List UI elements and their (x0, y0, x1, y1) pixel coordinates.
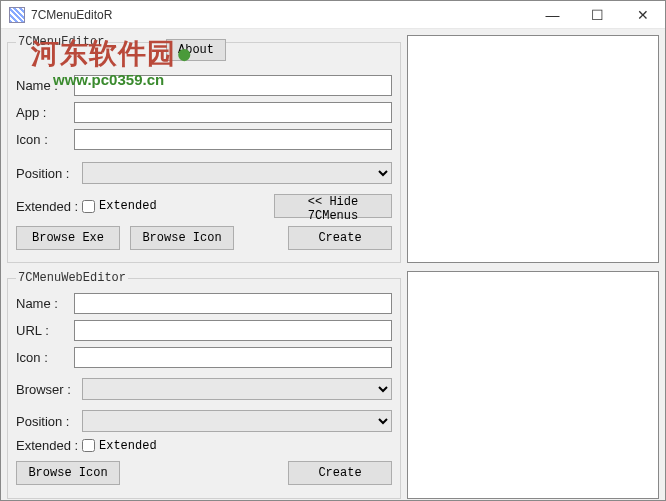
extended-checkbox-wrapper[interactable]: Extended (82, 199, 157, 213)
web-icon-input[interactable] (74, 347, 392, 368)
icon-input[interactable] (74, 129, 392, 150)
preview-panel-top (407, 35, 659, 263)
app-input[interactable] (74, 102, 392, 123)
browse-exe-button[interactable]: Browse Exe (16, 226, 120, 250)
web-extended-checkbox[interactable] (82, 439, 95, 452)
extended-checkbox[interactable] (82, 200, 95, 213)
web-url-label: URL : (16, 323, 74, 338)
close-button[interactable]: ✕ (620, 1, 665, 29)
position-select[interactable] (82, 162, 392, 184)
hide-7cmenus-button[interactable]: << Hide 7CMenus (274, 194, 392, 218)
group-menu-editor-legend: 7CMenuEditor (16, 35, 106, 49)
position-label: Position : (16, 166, 82, 181)
window-title: 7CMenuEditoR (31, 8, 112, 22)
name-input[interactable] (74, 75, 392, 96)
about-tab[interactable]: About (166, 39, 226, 61)
client-area: 河东软件园● www.pc0359.cn About 7CMenuEditor … (1, 29, 665, 500)
window-titlebar: 7CMenuEditoR — ☐ ✕ (1, 1, 665, 29)
web-browse-icon-button[interactable]: Browse Icon (16, 461, 120, 485)
web-browser-label: Browser : (16, 382, 82, 397)
group-menu-web-editor-legend: 7CMenuWebEditor (16, 271, 128, 285)
web-extended-checkbox-label: Extended (99, 439, 157, 453)
create-button[interactable]: Create (288, 226, 392, 250)
web-create-button[interactable]: Create (288, 461, 392, 485)
group-menu-editor: 7CMenuEditor Name : App : Icon : Positio… (7, 35, 401, 263)
web-name-input[interactable] (74, 293, 392, 314)
web-extended-checkbox-wrapper[interactable]: Extended (82, 439, 157, 453)
browse-icon-button[interactable]: Browse Icon (130, 226, 234, 250)
group-menu-web-editor: 7CMenuWebEditor Name : URL : Icon : Brow… (7, 271, 401, 499)
icon-label: Icon : (16, 132, 74, 147)
web-name-label: Name : (16, 296, 74, 311)
minimize-button[interactable]: — (530, 1, 575, 29)
web-position-label: Position : (16, 414, 82, 429)
web-browser-select[interactable] (82, 378, 392, 400)
maximize-button[interactable]: ☐ (575, 1, 620, 29)
app-label: App : (16, 105, 74, 120)
name-label: Name : (16, 78, 74, 93)
web-position-select[interactable] (82, 410, 392, 432)
app-icon (9, 7, 25, 23)
extended-label: Extended : (16, 199, 82, 214)
web-extended-label: Extended : (16, 438, 82, 453)
preview-panel-bottom (407, 271, 659, 499)
web-icon-label: Icon : (16, 350, 74, 365)
web-url-input[interactable] (74, 320, 392, 341)
extended-checkbox-label: Extended (99, 199, 157, 213)
